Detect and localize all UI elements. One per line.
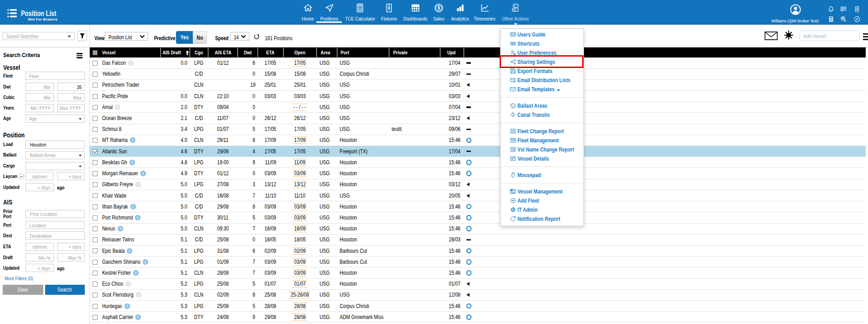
table-row-mt-rahama[interactable]: MT Rahama4.0CLN29/11817/0917/09USGHousto… — [90, 135, 866, 146]
position-status-circle-icon[interactable] — [466, 226, 472, 231]
menu-item-email-distribution-lists[interactable]: Email Distribution Lists — [501, 75, 584, 84]
input-years-min-yyyy[interactable]: Min YYYY — [26, 104, 54, 112]
vessel-name[interactable]: Gilberto Freyre — [102, 181, 133, 188]
view-select[interactable]: Position List — [105, 32, 148, 41]
calculator-icon[interactable] — [828, 16, 834, 22]
saved-searches-select[interactable]: Saved Searches — [3, 32, 75, 40]
input-dest-destination[interactable]: Destination — [26, 231, 85, 240]
position-list-logo-icon[interactable] — [7, 9, 17, 18]
user-name[interactable]: Williams (Q88 Broker Test) — [770, 18, 821, 23]
bell-icon[interactable] — [828, 6, 834, 12]
table-row-khair-wade[interactable]: Khair Wade5.0C/D16/08711/1011/10USGUSG20… — [90, 190, 866, 201]
table-row-nexus[interactable]: Nexus5.0CLN09:30716/0916/09USGHouston15:… — [90, 224, 866, 235]
predictive-no-button[interactable]: No — [193, 31, 207, 44]
position-status-circle-icon[interactable] — [466, 204, 472, 209]
vessel-name[interactable]: Yellowfin — [102, 71, 120, 77]
vessel-search-icon[interactable] — [840, 16, 847, 22]
sun-icon[interactable] — [784, 31, 793, 40]
row-checkbox[interactable] — [93, 271, 98, 276]
compass-icon[interactable] — [854, 16, 860, 22]
row-checkbox[interactable] — [93, 94, 98, 99]
row-checkbox[interactable] — [93, 182, 98, 187]
position-status-circle-icon[interactable] — [466, 138, 472, 143]
table-row-morgan-reinauer[interactable]: Morgan Reinauer4.9DTY01/12003/0903/09USG… — [90, 168, 866, 179]
vessel-name[interactable]: MT Rahama — [102, 137, 128, 143]
input-load[interactable]: Houston — [26, 141, 85, 149]
column-header-private[interactable]: Private — [389, 47, 440, 57]
vessel-name[interactable]: Scot Flensburg — [102, 292, 134, 298]
column-header-area[interactable]: Area — [316, 47, 337, 57]
position-status-circle-icon[interactable] — [466, 270, 472, 276]
menu-item-mousepad[interactable]: Mousepad — [501, 170, 584, 179]
speed-select[interactable]: 14 — [230, 32, 249, 41]
column-header-vessel[interactable]: Vessel — [102, 47, 160, 57]
column-header-ais-eta[interactable]: AIS ETA — [208, 47, 238, 57]
position-status-circle-icon[interactable] — [466, 314, 472, 320]
input-laycan--days[interactable]: + days — [57, 172, 85, 180]
row-checkbox[interactable] — [93, 304, 98, 309]
row-checkbox[interactable] — [93, 282, 98, 287]
input-cubic-min[interactable]: Min — [26, 93, 54, 101]
table-row-asphalt-carrier[interactable]: Asphalt Carrier5.3DTY24/08929/0828/08USG… — [90, 312, 866, 323]
column-header-dwt[interactable]: Dwt — [238, 47, 258, 57]
row-checkbox[interactable] — [93, 226, 98, 231]
sidebar-menu-icon[interactable] — [77, 53, 83, 58]
vessel-name[interactable]: Khair Wade — [102, 193, 126, 199]
position-status-circle-icon[interactable] — [466, 215, 472, 220]
menu-item-canal-transits[interactable]: Canal Transits — [501, 110, 584, 119]
chat-icon[interactable] — [840, 6, 847, 12]
menu-item-vessel-details[interactable]: Vessel Details — [501, 154, 584, 163]
input-port-location[interactable]: Location — [26, 221, 85, 229]
vessel-name[interactable]: Pacific Pride — [102, 93, 128, 99]
menu-item-vsl-name-change-report[interactable]: Vsl Name Change Report — [501, 145, 584, 154]
vessel-name[interactable]: Asphalt Carrier — [102, 314, 133, 320]
more-filters-link[interactable]: More Filters (0) — [5, 276, 40, 281]
vessel-name[interactable]: Besiktas Gh — [102, 159, 127, 166]
row-checkbox[interactable] — [93, 61, 98, 66]
table-row-scot-flensburg[interactable]: Scot Flensburg5.3CLN02/09825/0825-26/08U… — [90, 290, 866, 301]
table-row-besiktas-gh[interactable]: Besiktas Gh4.8LPG19:00911/0911/09USGHous… — [90, 157, 866, 168]
table-row-gaschem-shinano[interactable]: Gaschem Shinano5.1LPG01/09703/0903/09USG… — [90, 256, 866, 267]
table-row-atlantic-sun[interactable]: Atlantic Sun4.6DTY29/06417/0517/05USGFre… — [90, 146, 866, 157]
filter-button[interactable] — [77, 31, 87, 41]
position-status-circle-icon[interactable] — [466, 160, 472, 165]
position-status-circle-icon[interactable] — [466, 259, 472, 265]
add-vessel-input[interactable]: Add Vessel — [800, 31, 860, 41]
row-checkbox[interactable] — [93, 315, 98, 320]
toolbar-menu-icon[interactable] — [863, 33, 868, 41]
input-years-max-yyyy[interactable]: Max YYYY — [57, 104, 85, 112]
input-dwt-min[interactable]: Min — [26, 83, 54, 91]
table-row-port-richmond[interactable]: Port Richmond5.0DTY30/11503/0903/09USGHo… — [90, 212, 866, 223]
vessel-name[interactable]: Gaschem Shinano — [102, 259, 140, 265]
menu-item-users-guide[interactable]: Users Guide — [501, 30, 584, 39]
table-row-pacific-pride[interactable]: Pacific Pride0.0CLN22:10003/0303/03USGUS… — [90, 91, 866, 102]
table-row-petrochem-trader[interactable]: Petrochem TraderCLN1925/0125/01USGUSG10/… — [90, 80, 866, 91]
input-draft-min-[interactable]: Min % — [26, 253, 54, 261]
refresh-icon[interactable] — [253, 33, 260, 40]
vessel-name[interactable]: Amal — [102, 104, 113, 110]
position-status-circle-icon[interactable] — [466, 303, 472, 309]
column-header-upd[interactable]: Upd — [440, 47, 464, 57]
vessel-name[interactable]: Ocean Breeze — [102, 115, 132, 121]
column-header-open[interactable]: Open — [283, 47, 316, 57]
vessel-name[interactable]: Gas Falcon — [102, 60, 126, 66]
input-prior-port-prior-location[interactable]: Prior Location — [26, 210, 85, 218]
table-row-schmui-8[interactable]: Schmui 83.4LPG01/07517/0517/05USGUSGtest… — [90, 124, 866, 135]
input-draft-max-[interactable]: Max % — [57, 253, 85, 261]
menu-item-vessel-management[interactable]: Vessel Management — [501, 187, 584, 196]
select-age-age[interactable]: Age — [26, 115, 85, 123]
save-button[interactable]: Save — [3, 285, 43, 295]
table-row-ocean-breeze[interactable]: Ocean Breeze2.1C/D11/07026/1226/12USGUSG… — [90, 113, 866, 124]
vessel-name[interactable]: Epic Beata — [102, 248, 124, 254]
column-header-ais-draft[interactable]: AIS Draft — [160, 47, 190, 57]
menu-item-it-admin[interactable]: IT Admin — [501, 205, 584, 214]
vessel-name[interactable]: Kestrel Fisher — [102, 270, 131, 276]
vessel-name[interactable]: Morgan Reinauer — [102, 170, 138, 177]
row-checkbox[interactable] — [93, 105, 98, 110]
input-eta--days[interactable]: + days — [57, 243, 85, 251]
input-updated--days[interactable]: < days — [26, 183, 54, 191]
input-fleet-fleet[interactable]: Fleet — [26, 72, 85, 80]
table-row-kestrel-fisher[interactable]: Kestrel Fisher5.1CLN28/08703/0903/09USGH… — [90, 267, 866, 278]
menu-item-fleet-change-report[interactable]: Fleet Change Report — [501, 126, 584, 136]
select-cargo[interactable] — [26, 162, 85, 170]
